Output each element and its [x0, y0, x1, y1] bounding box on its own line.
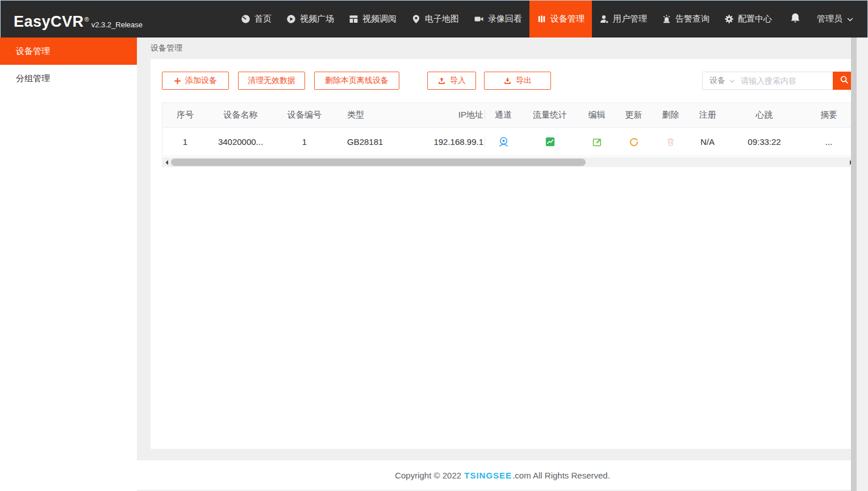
plus-icon: [174, 77, 181, 85]
horizontal-scroll-thumb[interactable]: [171, 159, 586, 166]
footer: Copyright © 2022 TSINGSEE .com All Right…: [137, 460, 868, 490]
topbar-right: 管理员: [779, 0, 868, 38]
column-header-update: 更新: [615, 110, 652, 120]
import-button[interactable]: 导入: [427, 72, 476, 90]
user-menu[interactable]: 管理员: [817, 14, 853, 24]
sidebar-item-label: 分组管理: [16, 73, 50, 84]
nav-label: 录像回看: [488, 14, 522, 24]
nav-item-home[interactable]: 首页: [233, 0, 279, 38]
chevron-down-icon: [729, 76, 735, 85]
traffic-stats-icon[interactable]: [545, 137, 555, 147]
clean-invalid-data-button[interactable]: 清理无效数据: [238, 72, 305, 90]
nav-label: 视频调阅: [362, 14, 397, 24]
search-category-value: 设备: [710, 76, 725, 86]
column-header-edit: 编辑: [578, 110, 615, 120]
refresh-icon[interactable]: [629, 137, 639, 147]
table-row: 1 34020000... 1 GB28181 192.168.99.1: [162, 128, 855, 156]
gear-icon: [724, 14, 734, 24]
nav-label: 视频广场: [300, 14, 334, 24]
tsingsee-brand: TSINGSEE: [464, 471, 512, 480]
export-button[interactable]: 导出: [484, 72, 551, 90]
cell-index: 1: [162, 137, 208, 147]
user-name: 管理员: [817, 14, 842, 24]
easycvr-app: EasyCVR ® v2.3.2_Release 首页 视频广场: [0, 0, 868, 491]
vertical-scroll-thumb[interactable]: [851, 38, 857, 491]
vertical-scrollbar[interactable]: [851, 38, 868, 491]
sidebar-item-group-management[interactable]: 分组管理: [0, 65, 137, 92]
search-input[interactable]: [741, 72, 833, 89]
video-camera-icon: [474, 14, 484, 24]
cell-type: GB28181: [336, 137, 410, 147]
column-header-index: 序号: [162, 110, 208, 120]
cell-device-name: 34020000...: [208, 137, 273, 147]
upload-icon: [437, 77, 446, 85]
app-logo: EasyCVR ® v2.3.2_Release: [14, 0, 143, 38]
webcam-icon[interactable]: [498, 136, 509, 147]
edit-icon[interactable]: [592, 137, 602, 147]
horizontal-scrollbar: [162, 157, 856, 167]
column-header-type: 类型: [336, 110, 410, 120]
trash-icon[interactable]: [666, 137, 675, 147]
sidebar: 设备管理 分组管理: [0, 38, 137, 491]
dashboard-icon: [241, 14, 251, 24]
button-label: 添加设备: [185, 76, 217, 86]
button-label: 导出: [516, 76, 532, 86]
scroll-left-arrow-icon[interactable]: [162, 157, 171, 167]
main-nav: 首页 视频广场 视频调阅 电子地图: [233, 0, 779, 38]
grid-icon: [349, 14, 358, 24]
download-icon: [503, 77, 512, 85]
column-header-register: 注册: [689, 110, 726, 120]
column-header-delete: 删除: [652, 110, 689, 120]
sidebar-item-device-management[interactable]: 设备管理: [0, 38, 137, 65]
nav-label: 设备管理: [550, 14, 585, 24]
copyright-suffix: .com All Rights Reserved.: [512, 471, 610, 480]
cell-device-code: 1: [273, 137, 336, 147]
app-name: EasyCVR: [14, 14, 84, 30]
column-header-traffic: 流量统计: [521, 110, 578, 120]
delete-offline-devices-button[interactable]: 删除本页离线设备: [314, 72, 399, 90]
button-label: 导入: [450, 76, 466, 86]
nav-item-config-center[interactable]: 配置中心: [717, 0, 779, 38]
play-circle-icon: [286, 14, 296, 24]
nav-item-video-review[interactable]: 视频调阅: [341, 0, 404, 38]
add-device-button[interactable]: 添加设备: [162, 72, 229, 90]
nav-item-map[interactable]: 电子地图: [404, 0, 466, 38]
nav-item-device-management[interactable]: 设备管理: [529, 0, 592, 38]
nav-item-user-management[interactable]: 用户管理: [592, 0, 654, 38]
column-header-device-code: 设备编号: [273, 110, 336, 120]
cell-register: N/A: [689, 137, 726, 147]
column-header-ip: IP地址: [410, 110, 485, 120]
nav-item-playback[interactable]: 录像回看: [466, 0, 529, 38]
nav-label: 用户管理: [613, 14, 647, 24]
copyright-prefix: Copyright © 2022: [395, 471, 461, 480]
breadcrumb: 设备管理: [137, 38, 868, 59]
notification-button[interactable]: [790, 12, 801, 26]
search-group: 设备: [702, 72, 856, 90]
cell-heartbeat: 09:33:22: [726, 137, 803, 147]
search-category-select[interactable]: 设备: [703, 72, 741, 89]
content-region: 设备管理 添加设备 清理无效数据 删除本页离线设备: [137, 38, 868, 491]
columns-icon: [537, 14, 546, 24]
button-label: 清理无效数据: [248, 76, 295, 86]
app-version: v2.3.2_Release: [91, 20, 143, 30]
alarm-icon: [662, 14, 671, 24]
nav-item-alarm-query[interactable]: 告警查询: [654, 0, 717, 38]
top-navbar: EasyCVR ® v2.3.2_Release 首页 视频广场: [0, 0, 868, 38]
table-header-row: 序号 设备名称 设备编号 类型 IP地址 通道 流量统计 编辑 更新 删除 注册…: [162, 103, 855, 128]
content-card: 添加设备 清理无效数据 删除本页离线设备 导入: [151, 59, 867, 449]
toolbar: 添加设备 清理无效数据 删除本页离线设备 导入: [162, 72, 856, 90]
bell-icon: [790, 12, 801, 26]
button-label: 删除本页离线设备: [325, 76, 389, 86]
user-icon: [599, 14, 609, 24]
horizontal-scroll-track[interactable]: [171, 157, 846, 167]
chevron-down-icon: [847, 14, 853, 24]
nav-item-video-square[interactable]: 视频广场: [279, 0, 341, 38]
cell-ip: 192.168.99.1: [410, 137, 485, 147]
breadcrumb-text: 设备管理: [151, 43, 182, 53]
nav-label: 告警查询: [675, 14, 710, 24]
search-icon: [840, 75, 849, 86]
device-table: 序号 设备名称 设备编号 类型 IP地址 通道 流量统计 编辑 更新 删除 注册…: [162, 102, 856, 156]
nav-label: 配置中心: [738, 14, 772, 24]
cell-summary[interactable]: ...: [803, 137, 855, 147]
sidebar-item-label: 设备管理: [16, 46, 50, 57]
